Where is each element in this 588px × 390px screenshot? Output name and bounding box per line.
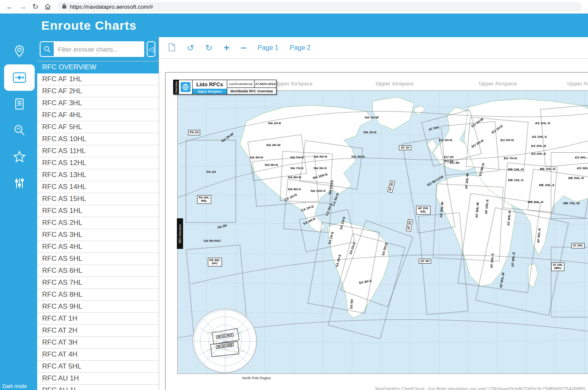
zoom-out-button[interactable]: − xyxy=(240,43,246,53)
chart-region-label: NA 10H-S xyxy=(311,189,326,193)
collapse-sidebar-button[interactable]: ◁ xyxy=(147,41,155,57)
sidebar-item-waypoints[interactable] xyxy=(4,38,35,64)
list-item[interactable]: RFC AS 10HL xyxy=(37,133,159,145)
world-map[interactable]: PA 1HPA 2HPA 3HPA 2HL HNLPA 3HL PPTSA 5H… xyxy=(177,90,588,374)
chart-region-label: NA 6H-N xyxy=(265,163,278,167)
page-1-link[interactable]: Page 1 xyxy=(257,44,279,52)
list-item[interactable]: RFC AS 4HL xyxy=(37,241,159,253)
list-item[interactable]: RFC AU 1L xyxy=(37,385,159,390)
list-item[interactable]: RFC AT 2H xyxy=(37,325,159,337)
chart-region-label: NA 1H-W xyxy=(365,116,379,120)
pin-icon xyxy=(12,44,26,58)
chart-region-label: PA 2HL HNL xyxy=(197,195,211,204)
column-header: Upper Airspace xyxy=(567,81,588,87)
list-item[interactable]: RFC AF 2HL xyxy=(37,85,159,97)
lock-icon xyxy=(62,3,67,10)
list-item[interactable]: RFC AS 15HL xyxy=(37,193,159,205)
chart-region-label: NA 8H-N xyxy=(288,175,301,179)
globe-icon xyxy=(182,83,189,91)
sidebar-item-search-charts[interactable] xyxy=(4,117,35,144)
list-item[interactable]: RFC AS 5HL xyxy=(37,253,159,265)
magnifier-icon xyxy=(12,123,26,137)
chart-region-label: SA 4H-N xyxy=(302,217,316,226)
chart-region-label: SA 5H xyxy=(350,299,354,309)
home-icon[interactable] xyxy=(44,3,51,10)
sidebar-item-documents[interactable] xyxy=(4,91,35,117)
refresh-icon[interactable]: ↻ xyxy=(32,3,38,10)
chart-region-label: AT 3H xyxy=(406,219,413,232)
back-icon[interactable]: ← xyxy=(6,3,13,10)
list-item[interactable]: RFC AF 1HL xyxy=(37,73,159,85)
search-button[interactable] xyxy=(40,41,54,57)
chart-region-label: IO 1HL xyxy=(571,243,585,248)
chart-viewer[interactable]: Upper AirspaceUpper AirspaceUpper Airspa… xyxy=(165,72,588,390)
sidebar-item-favorites[interactable] xyxy=(4,144,35,170)
chart-region-label: CA 3H-S xyxy=(325,203,333,217)
chart-region-label: AS 3HL-E xyxy=(577,166,588,170)
list-item[interactable]: RFC AS 11HL xyxy=(37,145,159,157)
chart-region-label: NA 3H-W xyxy=(267,143,281,147)
chart-region-label: NA 9H-N xyxy=(314,155,327,159)
list-item[interactable]: RFC AT 5HL xyxy=(37,361,159,373)
fit-page-button[interactable] xyxy=(168,43,176,53)
chart-region-label: NA 1H-E xyxy=(364,131,377,135)
list-item[interactable]: RFC AF 5HL xyxy=(37,121,159,133)
overview-tab-label: Overview xyxy=(174,80,179,94)
list-item[interactable]: RFC AS 7HL xyxy=(37,277,159,289)
page-2-link[interactable]: Page 2 xyxy=(290,44,311,52)
dark-mode-toggle[interactable]: Dark mode xyxy=(2,383,27,389)
chart-date: 27-NOV-2014 xyxy=(255,80,276,87)
list-item[interactable]: RFC AS 13HL xyxy=(37,169,159,181)
list-item[interactable]: RFC AS 9HL xyxy=(37,301,159,313)
chart-sidebar: ◁ RFC OVERVIEWRFC AF 1HLRFC AF 2HLRFC AF… xyxy=(37,37,159,390)
chart-region-label: EU 1H-E xyxy=(491,124,504,135)
forward-icon[interactable]: → xyxy=(19,3,26,10)
chart-region-label: ME 2HL-N xyxy=(540,167,555,171)
rfc-overview-side-tab: RFC Overview xyxy=(177,218,183,249)
list-item[interactable]: RFC AT 4H xyxy=(37,349,159,361)
chart-region-label: SA 4H-S xyxy=(335,254,342,267)
sidebar-item-enroute-charts[interactable] xyxy=(4,64,35,91)
zoom-in-button[interactable]: + xyxy=(224,43,229,53)
sidebar-item-settings[interactable] xyxy=(4,170,35,196)
document-icon xyxy=(12,97,26,111)
chart-region-label: EU 7H-N xyxy=(504,156,517,160)
chart-region-label: SA 1H-S xyxy=(328,232,335,245)
chart-region-label: AF 1HL-W xyxy=(465,173,470,189)
list-item[interactable]: RFC AS 3HL xyxy=(37,229,159,241)
chart-region-label: AF 3HL-S xyxy=(490,253,495,268)
page-icon xyxy=(168,43,176,52)
chart-region-label: AF 5HL-W xyxy=(500,272,506,288)
rotate-left-button[interactable]: ↺ xyxy=(187,43,194,52)
list-item[interactable]: RFC AF 4HL xyxy=(37,109,159,121)
page-title: Enroute Charts xyxy=(41,19,137,33)
chart-region-label: ME 1HL-N xyxy=(508,168,524,172)
rotate-right-button[interactable]: ↻ xyxy=(205,43,213,52)
chart-region-label: EU 1H-W xyxy=(471,118,485,129)
chart-region-label: CA 1H-S xyxy=(300,205,314,213)
polar-graticule xyxy=(193,309,257,373)
chart-region-label: AT 4H xyxy=(419,259,431,264)
list-item[interactable]: RFC AS 6HL xyxy=(37,265,159,277)
chart-region-label: NA 4H-N xyxy=(351,155,364,159)
chart-region-label: AF 2HL-W xyxy=(440,202,445,218)
chart-region-label: AS 1HL-N xyxy=(535,122,550,125)
chart-title-block: Overview Lido RFCs Upper Airspace Lido/R… xyxy=(173,80,276,95)
list-item[interactable]: RFC OVERVIEW xyxy=(37,61,159,73)
chart-region-label: NA 9H-S xyxy=(314,166,327,170)
list-item[interactable]: RFC AT 1H xyxy=(37,313,159,325)
list-item[interactable]: RFC AS 1HL xyxy=(37,205,159,217)
chart-region-label: AS 6HL-S xyxy=(575,156,588,159)
list-item[interactable]: RFC AU 1H xyxy=(37,373,159,385)
main-panel: ↺ ↻ + − Page 1 Page 2 Upper AirspaceUppe… xyxy=(159,37,588,390)
list-item[interactable]: RFC AS 12HL xyxy=(37,157,159,169)
filter-input[interactable] xyxy=(54,41,144,57)
list-item[interactable]: RFC AS 14HL xyxy=(37,181,159,193)
address-bar[interactable]: https://navdatapro.aerosoft.com/# xyxy=(57,2,582,12)
list-item[interactable]: RFC AF 3HL xyxy=(37,97,159,109)
chart-region-label: SA 3H-N xyxy=(382,242,389,256)
chart-region-label: EU 6H-N xyxy=(500,138,514,142)
list-item[interactable]: RFC AS 8HL xyxy=(37,289,159,301)
list-item[interactable]: RFC AT 3H xyxy=(37,337,159,349)
list-item[interactable]: RFC AS 2HL xyxy=(37,217,159,229)
